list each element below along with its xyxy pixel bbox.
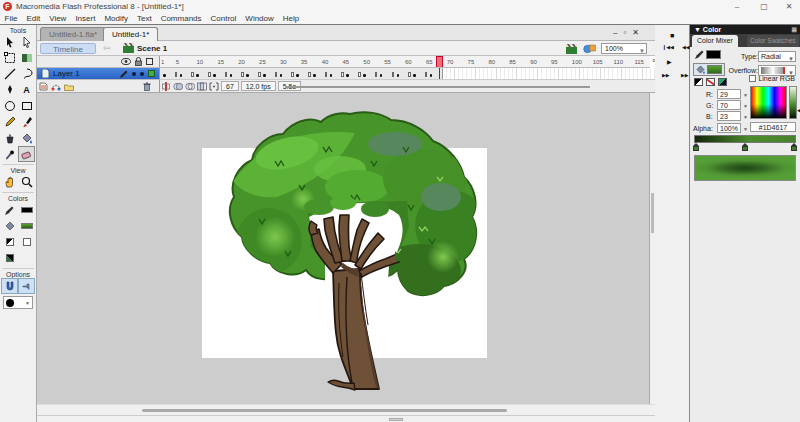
window-close-button[interactable]: ✕ bbox=[781, 1, 797, 12]
timeline-horizontal-scrollbar[interactable] bbox=[285, 86, 590, 88]
fill-bucket-icon[interactable] bbox=[696, 65, 705, 74]
ink-bottle-tool[interactable] bbox=[1, 130, 18, 146]
eraser-faucet-option[interactable] bbox=[18, 278, 35, 294]
vscroll-thumb[interactable] bbox=[651, 193, 654, 233]
subselection-tool[interactable] bbox=[18, 34, 35, 50]
lasso-tool[interactable] bbox=[18, 66, 35, 82]
edit-scene-icon[interactable] bbox=[565, 43, 578, 54]
menu-file[interactable]: File bbox=[0, 13, 22, 24]
color-picker-area[interactable] bbox=[750, 86, 787, 119]
timeline-toggle-button[interactable]: Timeline bbox=[40, 43, 96, 54]
window-minimize-button[interactable]: – bbox=[729, 1, 745, 12]
tab-untitled-1[interactable]: Untitled-1* bbox=[103, 27, 158, 41]
b-input[interactable]: 23 bbox=[717, 111, 741, 121]
r-input[interactable]: 29 bbox=[717, 89, 741, 99]
onion-skin-icon[interactable] bbox=[173, 81, 183, 91]
eraser-mode-option[interactable] bbox=[1, 278, 18, 294]
brush-tool[interactable] bbox=[18, 114, 35, 130]
gradient-type-dropdown[interactable]: Radial▼ bbox=[758, 51, 796, 62]
b-stepper[interactable]: ▼ bbox=[743, 114, 748, 120]
linear-rgb-checkbox[interactable] bbox=[749, 75, 756, 82]
add-motion-guide-icon[interactable] bbox=[51, 82, 61, 91]
gradient-stop-middle[interactable] bbox=[741, 143, 748, 152]
lock-layers-icon[interactable] bbox=[135, 57, 142, 66]
menu-view[interactable]: View bbox=[45, 13, 71, 24]
gradient-stop-left[interactable] bbox=[692, 143, 699, 152]
r-stepper[interactable]: ▼ bbox=[743, 92, 748, 98]
alpha-input[interactable]: 100% bbox=[717, 123, 741, 133]
doc-close-button[interactable]: ✕ bbox=[632, 28, 639, 37]
back-arrow-icon[interactable]: ⇦ bbox=[103, 43, 111, 53]
menu-insert[interactable]: Insert bbox=[71, 13, 100, 24]
layer-name[interactable]: Layer 1 bbox=[53, 69, 80, 78]
frame-ruler[interactable]: 1510152025303540455055606570758085909510… bbox=[160, 56, 650, 68]
g-input[interactable]: 70 bbox=[717, 100, 741, 110]
edit-multiple-frames-icon[interactable] bbox=[197, 81, 207, 91]
layer1-frame-span[interactable] bbox=[160, 68, 655, 80]
window-maximize-button[interactable]: ▢ bbox=[756, 1, 772, 12]
fill-color-bucket-icon[interactable] bbox=[1, 218, 18, 234]
hex-color-field[interactable]: #1D4617 bbox=[750, 122, 796, 132]
doc-minimize-button[interactable]: – bbox=[613, 28, 617, 37]
insert-layer-icon[interactable] bbox=[39, 82, 48, 91]
gradient-transform-tool[interactable] bbox=[18, 50, 35, 66]
stroke-pencil-icon[interactable] bbox=[695, 50, 704, 59]
menu-help[interactable]: Help bbox=[278, 13, 303, 24]
layer-lock-dot[interactable] bbox=[140, 72, 144, 76]
layer-row-layer1[interactable]: Layer 1 bbox=[37, 68, 160, 80]
insert-folder-icon[interactable] bbox=[64, 83, 74, 91]
rectangle-tool[interactable] bbox=[18, 98, 35, 114]
delete-layer-icon[interactable] bbox=[143, 82, 151, 91]
eraser-tool[interactable] bbox=[18, 146, 35, 162]
no-color-button[interactable] bbox=[18, 234, 35, 250]
text-tool[interactable]: A bbox=[18, 82, 35, 98]
oval-tool[interactable] bbox=[1, 98, 18, 114]
hscroll-thumb[interactable] bbox=[142, 409, 507, 412]
zoom-tool[interactable] bbox=[18, 174, 35, 190]
controller-step-forward-button[interactable]: ▶▶ bbox=[662, 72, 670, 78]
menu-edit[interactable]: Edit bbox=[22, 13, 45, 24]
frame-rate-indicator[interactable]: 12.0 fps bbox=[241, 81, 276, 91]
gradient-stop-right[interactable] bbox=[790, 143, 797, 152]
stroke-color-pencil-icon[interactable] bbox=[1, 202, 18, 218]
tab-color-swatches[interactable]: Color Swatches bbox=[747, 35, 799, 47]
tab-untitled-1-fla[interactable]: Untitled-1.fla* bbox=[40, 27, 106, 41]
menu-modify[interactable]: Modify bbox=[100, 13, 133, 24]
canvas-pasteboard[interactable] bbox=[37, 93, 650, 404]
no-color-icon[interactable] bbox=[706, 78, 715, 86]
playhead[interactable] bbox=[436, 56, 443, 68]
menu-text[interactable]: Text bbox=[132, 13, 156, 24]
controller-stop-button[interactable]: ■ bbox=[670, 32, 674, 39]
tree-drawing[interactable] bbox=[215, 111, 487, 403]
line-tool[interactable] bbox=[1, 66, 18, 82]
layer-outline-color-swatch[interactable] bbox=[148, 70, 155, 77]
controller-rewind-button[interactable]: ❙◀◀ bbox=[662, 44, 674, 50]
black-white-button[interactable] bbox=[1, 234, 18, 250]
gradient-definition-bar[interactable] bbox=[694, 135, 796, 143]
pen-tool[interactable] bbox=[1, 82, 18, 98]
brightness-bar[interactable] bbox=[789, 86, 797, 119]
selection-tool[interactable] bbox=[1, 34, 18, 50]
edit-symbols-icon[interactable] bbox=[583, 43, 596, 54]
stroke-color-swatch[interactable] bbox=[18, 202, 35, 218]
alpha-stepper[interactable]: ▼ bbox=[743, 126, 748, 132]
show-hide-layers-icon[interactable] bbox=[121, 58, 131, 65]
menu-commands[interactable]: Commands bbox=[156, 13, 206, 24]
eyedropper-tool[interactable] bbox=[1, 146, 18, 162]
center-frame-icon[interactable] bbox=[161, 81, 171, 91]
layer-visible-dot[interactable] bbox=[132, 72, 136, 76]
controller-play-button[interactable]: ▶ bbox=[667, 58, 672, 65]
fill-color-swatch[interactable] bbox=[18, 218, 35, 234]
panel-menu-icon[interactable]: ≣ bbox=[791, 25, 797, 34]
swap-colors-icon[interactable] bbox=[718, 78, 727, 86]
eraser-shape-dropdown[interactable]: ▼ bbox=[3, 296, 33, 309]
onion-skin-outlines-icon[interactable] bbox=[185, 81, 195, 91]
stage-zoom-dropdown[interactable]: 100%▼ bbox=[601, 43, 647, 54]
menu-window[interactable]: Window bbox=[241, 13, 278, 24]
outline-layers-icon[interactable] bbox=[146, 58, 153, 65]
splitter-grip[interactable] bbox=[389, 418, 403, 421]
canvas-horizontal-scrollbar[interactable] bbox=[37, 404, 655, 415]
stroke-color-swatch[interactable] bbox=[706, 50, 721, 59]
doc-restore-button[interactable]: ▫ bbox=[623, 28, 626, 37]
hand-tool[interactable] bbox=[1, 174, 18, 190]
